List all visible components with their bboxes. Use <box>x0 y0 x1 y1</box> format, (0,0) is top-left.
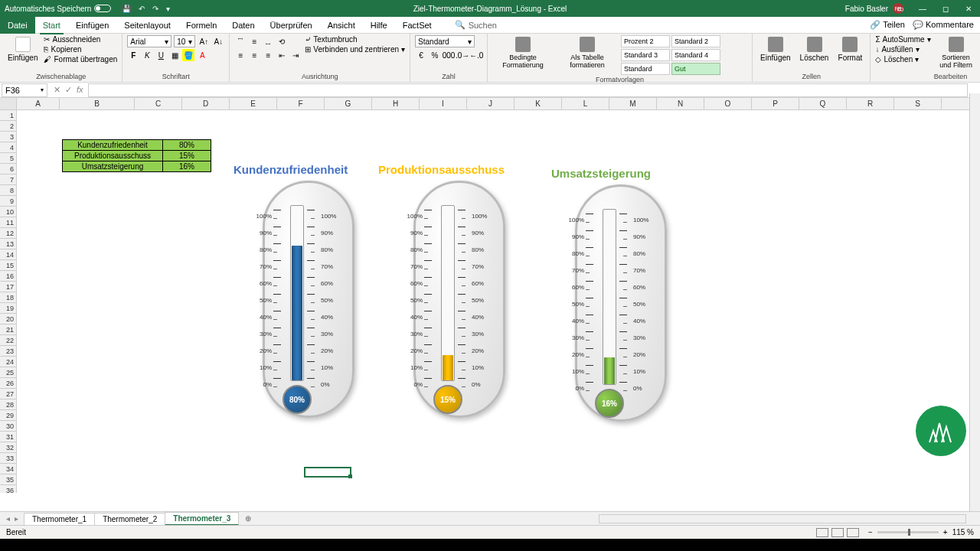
paste-button[interactable]: Einfügen <box>5 35 41 64</box>
column-header[interactable]: K <box>514 98 562 109</box>
fill-button[interactable]: ↓ Ausfüllen ▾ <box>875 45 930 54</box>
zoom-out-icon[interactable]: − <box>868 528 873 536</box>
number-format-select[interactable]: Standard▾ <box>415 35 475 47</box>
fx-icon[interactable]: fx <box>77 85 83 95</box>
zoom-slider[interactable] <box>877 531 939 533</box>
row-header[interactable]: 10 <box>0 207 17 217</box>
minimize-icon[interactable]: — <box>911 0 934 17</box>
column-header[interactable]: L <box>562 98 609 109</box>
style-standard4[interactable]: Standard 4 <box>671 49 720 61</box>
row-header[interactable]: 6 <box>0 164 17 174</box>
delete-cells-button[interactable]: Löschen <box>797 35 832 64</box>
row-header[interactable]: 29 <box>0 410 17 421</box>
orientation-icon[interactable]: ⟲ <box>276 35 288 47</box>
column-header[interactable]: P <box>752 98 799 109</box>
tab-data[interactable]: Daten <box>224 17 262 34</box>
select-all-corner[interactable] <box>0 98 17 109</box>
font-color-button[interactable]: A <box>196 49 208 61</box>
save-icon[interactable]: 💾 <box>122 5 131 13</box>
column-header[interactable]: D <box>182 98 230 109</box>
font-name-select[interactable]: Arial▾ <box>127 35 172 47</box>
row-header[interactable]: 25 <box>0 367 17 378</box>
row-header[interactable]: 16 <box>0 271 17 282</box>
table-format-button[interactable]: Als Tabelle formatieren <box>557 35 618 70</box>
undo-icon[interactable]: ↶ <box>139 5 145 13</box>
row-header[interactable]: 22 <box>0 335 17 346</box>
column-header[interactable]: B <box>60 98 135 109</box>
row-header[interactable]: 4 <box>0 142 17 153</box>
tab-layout[interactable]: Seitenlayout <box>116 17 178 34</box>
close-icon[interactable]: ✕ <box>957 0 980 17</box>
border-button[interactable]: ▦ <box>168 49 181 61</box>
row-header[interactable]: 20 <box>0 314 17 324</box>
cell-styles-gallery[interactable]: Prozent 2 Standard 2 Standard 3 Standard… <box>621 35 747 75</box>
align-center-icon[interactable]: ≡ <box>248 49 260 61</box>
zoom-level[interactable]: 115 % <box>952 528 974 536</box>
tab-formulas[interactable]: Formeln <box>178 17 224 34</box>
cut-button[interactable]: ✂ Ausschneiden <box>44 35 117 44</box>
column-header[interactable]: A <box>17 98 60 109</box>
grow-font-icon[interactable]: A↑ <box>198 35 210 47</box>
italic-button[interactable]: K <box>141 49 153 61</box>
align-left-icon[interactable]: ≡ <box>234 49 247 61</box>
row-header[interactable]: 23 <box>0 346 17 357</box>
row-header[interactable]: 17 <box>0 282 17 292</box>
bold-button[interactable]: F <box>127 49 139 61</box>
row-header[interactable]: 34 <box>0 464 17 474</box>
column-header[interactable]: N <box>657 98 704 109</box>
table-cell[interactable]: Kundenzufriedenheit <box>63 140 163 151</box>
row-header[interactable]: 11 <box>0 217 17 228</box>
row-header[interactable]: 33 <box>0 453 17 464</box>
sheet-tab-active[interactable]: Thermometer_3 <box>165 512 239 526</box>
table-cell[interactable]: 16% <box>163 161 211 171</box>
column-header[interactable]: M <box>609 98 657 109</box>
column-header[interactable]: S <box>894 98 942 109</box>
tab-insert[interactable]: Einfügen <box>68 17 116 34</box>
row-header[interactable]: 2 <box>0 121 17 132</box>
style-standard[interactable]: Standard <box>621 63 670 75</box>
row-header[interactable]: 18 <box>0 292 17 303</box>
formula-input[interactable] <box>88 83 968 97</box>
table-cell[interactable]: Umsatzsteigerung <box>63 161 163 171</box>
column-header[interactable]: R <box>847 98 894 109</box>
indent-dec-icon[interactable]: ⇤ <box>276 49 288 61</box>
table-cell[interactable]: Produktionsausschuss <box>63 151 163 161</box>
percent-icon[interactable]: % <box>429 49 441 61</box>
worksheet-grid[interactable]: ABCDEFGHIJKLMNOPQRS 12345678910111213141… <box>0 98 980 493</box>
style-standard2[interactable]: Standard 2 <box>671 35 720 47</box>
column-header[interactable]: C <box>135 98 182 109</box>
row-header[interactable]: 19 <box>0 303 17 314</box>
table-cell[interactable]: 15% <box>163 151 211 161</box>
style-gut[interactable]: Gut <box>671 63 720 75</box>
column-header[interactable]: E <box>230 98 277 109</box>
new-sheet-button[interactable]: ⊕ <box>239 514 257 523</box>
horizontal-scrollbar[interactable] <box>257 514 980 523</box>
row-header[interactable]: 32 <box>0 442 17 453</box>
column-header[interactable]: Q <box>799 98 847 109</box>
ribbon-options-icon[interactable]: ▭ <box>888 0 911 17</box>
row-header[interactable]: 15 <box>0 260 17 271</box>
clear-button[interactable]: ◇ Löschen ▾ <box>875 55 930 64</box>
align-top-icon[interactable]: ⎴ <box>234 35 247 47</box>
indent-inc-icon[interactable]: ⇥ <box>289 49 302 61</box>
style-percent2[interactable]: Prozent 2 <box>621 35 670 47</box>
copy-button[interactable]: ⎘ Kopieren <box>44 45 117 54</box>
fill-color-button[interactable]: 🪣 <box>182 49 194 61</box>
shrink-font-icon[interactable]: A↓ <box>212 35 224 47</box>
tab-review[interactable]: Überprüfen <box>263 17 320 34</box>
comma-icon[interactable]: 000 <box>443 49 455 61</box>
view-layout-icon[interactable] <box>831 528 844 537</box>
currency-icon[interactable]: € <box>415 49 427 61</box>
table-cell[interactable]: 80% <box>163 140 211 151</box>
underline-button[interactable]: U <box>155 49 167 61</box>
tab-factset[interactable]: FactSet <box>395 17 439 34</box>
merge-button[interactable]: ⊞ Verbinden und zentrieren ▾ <box>305 45 405 54</box>
tab-view[interactable]: Ansicht <box>320 17 363 34</box>
align-right-icon[interactable]: ≡ <box>262 49 274 61</box>
column-header[interactable]: I <box>420 98 467 109</box>
column-header[interactable]: J <box>467 98 514 109</box>
name-box[interactable]: F36▾ <box>2 83 47 97</box>
row-header[interactable]: 14 <box>0 249 17 260</box>
column-header[interactable]: O <box>704 98 752 109</box>
format-cells-button[interactable]: Format <box>835 35 865 64</box>
